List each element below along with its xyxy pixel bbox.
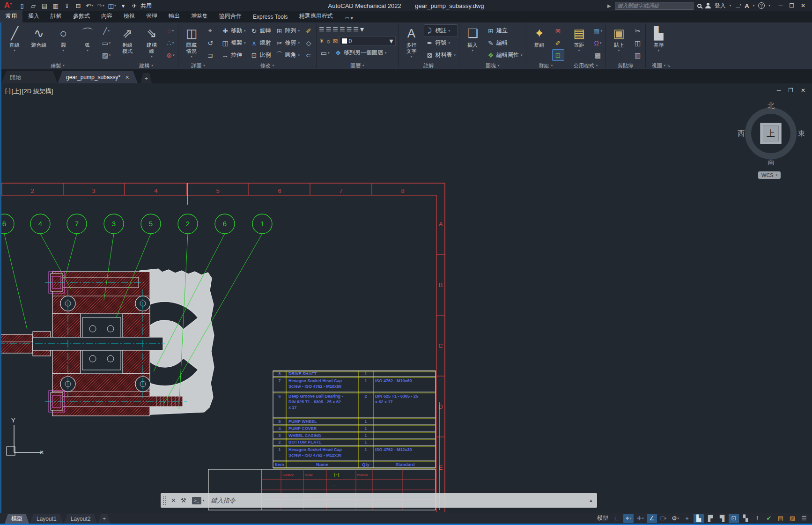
layer-match-icon[interactable]: ☰	[326, 26, 332, 33]
workspace-icon[interactable]: ▙	[694, 514, 704, 523]
user-avatar-icon[interactable]	[705, 3, 711, 8]
object-snap-icon[interactable]: □▾	[658, 514, 669, 523]
tool-插入[interactable]: ❏插入▾	[461, 23, 484, 52]
dropdown-icon[interactable]: ▾	[151, 55, 153, 59]
qat-more-icon[interactable]: ▾	[118, 1, 128, 10]
polar-tracking-icon[interactable]: ✛▾	[635, 514, 645, 523]
help-icon[interactable]: ?	[758, 2, 765, 9]
detail-snapshot-icon[interactable]: ↺	[204, 37, 216, 49]
detail-clip-icon[interactable]: ⊐	[204, 49, 216, 61]
app-menu-button[interactable]: A▾	[2, 0, 14, 11]
ribbon-tab-Express Tools[interactable]: Express Tools	[247, 12, 293, 22]
panel-flyout-icon[interactable]: ▾	[596, 64, 598, 67]
panel-title-詳圖[interactable]: 詳圖▾	[180, 62, 216, 69]
tool-複製[interactable]: ◫複製▾	[220, 37, 248, 49]
settings-gear-icon-dropdown[interactable]: ▾	[678, 517, 679, 520]
panel-launcher-icon[interactable]: ↘	[667, 63, 671, 68]
panel-flyout-icon[interactable]: ▾	[63, 64, 65, 67]
dropdown-icon[interactable]: ▾	[87, 49, 89, 52]
viewcube[interactable]: 北 南 西 東 上	[739, 102, 802, 165]
new-drawing-tab-button[interactable]: +	[140, 73, 152, 83]
command-input[interactable]: 鍵入指令	[211, 496, 236, 505]
annotation-scale-icon[interactable]: ▛	[705, 514, 716, 523]
ribbon-tab-插入[interactable]: 插入	[22, 10, 45, 22]
layer-freeze-icon[interactable]: ☰	[353, 26, 359, 33]
ribbon-tab-檢視[interactable]: 檢視	[118, 10, 140, 22]
viewcube-south[interactable]: 南	[768, 158, 775, 167]
paste-special-icon[interactable]: ▥	[632, 49, 644, 61]
quick-select-icon[interactable]: ▦▾	[592, 25, 604, 37]
file-tab-close-icon[interactable]: ✕	[125, 74, 129, 81]
viewport-control-1[interactable]: [上]	[12, 87, 21, 96]
panel-title-繪製[interactable]: 繪製▾	[3, 62, 112, 69]
search-icon[interactable]	[697, 4, 701, 8]
save-as-icon[interactable]: ▥	[51, 1, 61, 10]
autodesk-dropdown-icon[interactable]: ▾	[753, 4, 755, 7]
power-snap-icon[interactable]: Ω▾	[592, 37, 604, 49]
dropdown-icon[interactable]: ▾	[298, 53, 300, 57]
command-bar-close-icon[interactable]: ✕	[171, 497, 176, 504]
dropdown-icon[interactable]: ▾	[618, 49, 620, 52]
dropdown-icon[interactable]: ▾	[385, 51, 387, 55]
layout-tab-Layout1[interactable]: Layout1	[30, 514, 63, 524]
undo-icon-dropdown[interactable]: ▾	[91, 4, 93, 7]
move-to-layer-button[interactable]: ❖移到另一個圖層▾	[332, 47, 389, 59]
copy-clip-icon[interactable]: ◫	[632, 37, 644, 49]
maximize-button[interactable]: ☐	[789, 2, 794, 9]
dropdown-icon[interactable]: ▾	[298, 29, 300, 33]
dropdown-icon[interactable]: ▾	[600, 29, 602, 33]
help-dropdown-icon[interactable]: ▾	[768, 4, 770, 7]
dropdown-icon[interactable]: ▾	[172, 29, 174, 33]
tool-聚合線[interactable]: ∿聚合線	[27, 23, 51, 48]
tool-旋轉[interactable]: ↻旋轉	[249, 25, 273, 37]
file-tab-document[interactable]: gear_pump_subassy* ✕	[58, 71, 138, 83]
upload-icon[interactable]: ⇪	[62, 1, 72, 10]
clean-screen-icon[interactable]: ▚	[740, 514, 751, 523]
dropdown-icon[interactable]: ▾	[62, 49, 64, 52]
tool-圓[interactable]: ○圓▾	[52, 23, 75, 52]
panel-title-圖塊[interactable]: 圖塊▾	[461, 62, 524, 69]
ribbon-tab-精選應用程式[interactable]: 精選應用程式	[293, 10, 338, 22]
object-snap-icon-dropdown[interactable]: ▾	[665, 517, 667, 520]
construction-line-icon[interactable]: ╱▾	[100, 25, 112, 37]
tool-建構線[interactable]: ⇘建構 線▾	[140, 23, 163, 59]
panel-flyout-icon[interactable]: ▾	[362, 64, 364, 67]
new-file-icon[interactable]: ▯	[17, 1, 27, 10]
layout-tab-模型[interactable]: 模型	[5, 514, 29, 524]
switch-windows-icon[interactable]: ◫▾	[107, 1, 117, 10]
search-input[interactable]: 鍵入關鍵字或詞組	[615, 2, 694, 10]
command-prompt-icon[interactable]: >_	[192, 497, 201, 504]
panel-title-建構[interactable]: 建構▾	[116, 62, 177, 69]
close-button[interactable]: ✕	[801, 2, 805, 9]
dropdown-icon[interactable]: ▾	[454, 53, 456, 57]
tool-基準[interactable]: ▙基準▾	[647, 23, 671, 52]
viewcube-north[interactable]: 北	[768, 101, 775, 110]
ribbon-tab-管理[interactable]: 管理	[140, 10, 163, 22]
dropdown-icon[interactable]: ▾	[108, 29, 110, 33]
layer-thaw-icon[interactable]: ☼	[326, 37, 332, 44]
ungroup-icon[interactable]: ⊠	[552, 25, 564, 37]
panel-flyout-icon[interactable]: ▾	[203, 64, 205, 67]
dropdown-icon[interactable]: ▾	[578, 49, 580, 52]
store-cart-icon[interactable]	[735, 4, 741, 8]
tool-貼上[interactable]: ▣貼上▾	[607, 23, 631, 52]
switch-windows-icon-dropdown[interactable]: ▾	[114, 4, 116, 7]
dropdown-icon[interactable]: ▾	[173, 53, 175, 57]
dropdown-icon[interactable]: ▾	[109, 41, 111, 45]
dropdown-icon[interactable]: ▾	[244, 41, 246, 45]
ribbon-tab-輸出[interactable]: 輸出	[163, 10, 185, 22]
drawing-minimize-button[interactable]: ─	[777, 87, 781, 94]
layer-off-icon[interactable]: ▭▾	[319, 47, 331, 59]
image-quality-icon[interactable]: ▨	[787, 514, 797, 523]
drawing-area[interactable]: 2345678ABCDE647352618DRIVE SHAFT17Hexago…	[0, 83, 812, 513]
new-layout-button[interactable]: +	[98, 514, 110, 524]
ui-lock-icon[interactable]: ⊡	[729, 514, 739, 523]
tool-標註[interactable]: ⤸標註▾	[424, 25, 458, 37]
open-folder-icon[interactable]: ▱	[28, 1, 38, 10]
dropdown-icon[interactable]: ▾	[298, 41, 300, 45]
drawing-restore-button[interactable]: ❐	[788, 87, 793, 94]
group-selection-icon[interactable]: ⊡	[552, 49, 564, 61]
isolate-objects-icon[interactable]: !	[752, 514, 762, 523]
signin-label[interactable]: 登入	[715, 2, 726, 10]
tool-圓角[interactable]: ⌒圓角▾	[274, 49, 302, 61]
